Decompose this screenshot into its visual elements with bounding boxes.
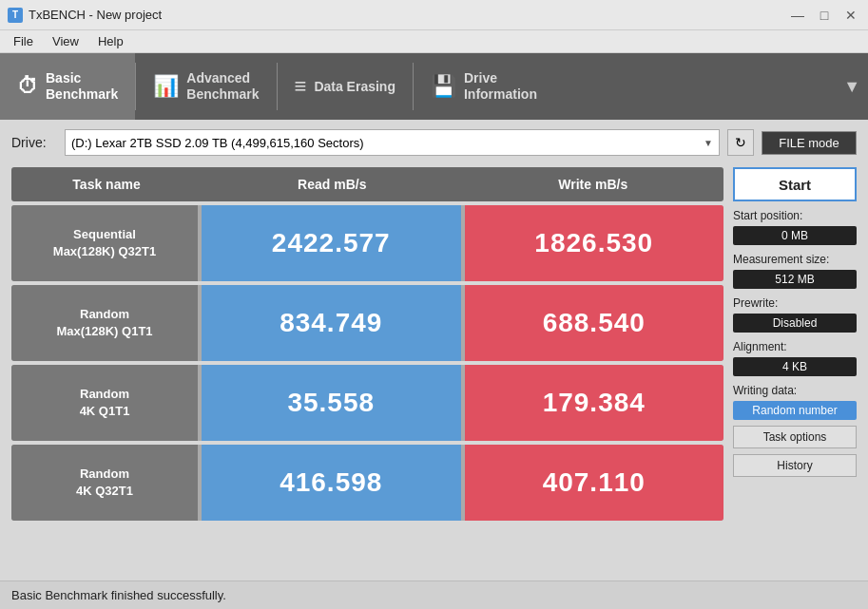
drive-information-icon: 💾 xyxy=(431,76,456,97)
start-button[interactable]: Start xyxy=(733,167,857,201)
titlebar-controls: ― □ ✕ xyxy=(788,6,860,25)
bench-row-2-label: Random4K Q1T1 xyxy=(11,365,198,441)
titlebar: T TxBENCH - New project ― □ ✕ xyxy=(0,0,868,30)
bench-row-2-read: 35.558 xyxy=(202,365,461,441)
param-value-start-pos: 0 MB xyxy=(733,226,857,245)
content-area: Task name Read mB/s Write mB/s Sequentia… xyxy=(11,167,857,573)
bench-row-3-write: 407.110 xyxy=(465,445,724,521)
tab-erasing-label: Data Erasing xyxy=(314,79,395,95)
tab-advanced-label: AdvancedBenchmark xyxy=(186,70,259,103)
toolbar: ⏱ BasicBenchmark 📊 AdvancedBenchmark ≡ D… xyxy=(0,53,868,120)
minimize-button[interactable]: ― xyxy=(788,6,807,25)
bench-row-3-label: Random4K Q32T1 xyxy=(11,445,198,521)
bench-header-row: Task name Read mB/s Write mB/s xyxy=(11,167,723,201)
bench-row-1-label: RandomMax(128K) Q1T1 xyxy=(11,285,198,361)
bench-row-1-write: 688.540 xyxy=(465,285,724,361)
param-label-alignment: Alignment: xyxy=(733,340,857,353)
menu-view[interactable]: View xyxy=(43,32,88,50)
advanced-benchmark-icon: 📊 xyxy=(153,76,179,97)
app-icon: T xyxy=(8,8,23,23)
tab-basic-label: BasicBenchmark xyxy=(46,70,118,103)
drive-dropdown-arrow: ▼ xyxy=(704,138,713,148)
bench-row-0-write: 1826.530 xyxy=(465,205,724,281)
toolbar-more-dropdown[interactable]: ▼ xyxy=(836,53,868,120)
param-value-meas-size: 512 MB xyxy=(733,270,857,289)
bench-row-0: SequentialMax(128K) Q32T1 2422.577 1826.… xyxy=(11,205,723,281)
param-value-writing-data: Random number xyxy=(733,401,857,420)
data-erasing-icon: ≡ xyxy=(295,76,307,97)
drive-refresh-button[interactable]: ↻ xyxy=(727,129,754,156)
tab-drive-information[interactable]: 💾 DriveInformation xyxy=(414,53,554,120)
titlebar-title: TxBENCH - New project xyxy=(29,8,162,22)
menu-file[interactable]: File xyxy=(4,32,43,50)
param-label-meas-size: Measurement size: xyxy=(733,253,857,266)
header-write: Write mB/s xyxy=(463,177,724,192)
main-content: Drive: (D:) Lexar 2TB SSD 2.09 TB (4,499… xyxy=(0,120,868,580)
right-panel: Start Start position: 0 MB Measurement s… xyxy=(733,167,857,573)
param-label-start-pos: Start position: xyxy=(733,209,857,222)
menubar: File View Help xyxy=(0,30,868,53)
benchmark-table: Task name Read mB/s Write mB/s Sequentia… xyxy=(11,167,723,573)
bench-row-3: Random4K Q32T1 416.598 407.110 xyxy=(11,445,723,521)
bench-row-0-label: SequentialMax(128K) Q32T1 xyxy=(11,205,198,281)
drive-row: Drive: (D:) Lexar 2TB SSD 2.09 TB (4,499… xyxy=(11,129,857,156)
maximize-button[interactable]: □ xyxy=(815,6,834,25)
header-read: Read mB/s xyxy=(202,177,463,192)
bench-row-1-read: 834.749 xyxy=(202,285,461,361)
history-button[interactable]: History xyxy=(733,454,857,477)
titlebar-left: T TxBENCH - New project xyxy=(8,8,162,23)
tab-data-erasing[interactable]: ≡ Data Erasing xyxy=(278,53,413,120)
tab-basic-benchmark[interactable]: ⏱ BasicBenchmark xyxy=(0,53,135,120)
param-label-prewrite: Prewrite: xyxy=(733,296,857,310)
drive-select[interactable]: (D:) Lexar 2TB SSD 2.09 TB (4,499,615,16… xyxy=(65,129,720,156)
close-button[interactable]: ✕ xyxy=(841,6,860,25)
tab-drive-label: DriveInformation xyxy=(464,70,537,103)
header-task: Task name xyxy=(11,177,202,192)
bench-row-2-write: 179.384 xyxy=(465,365,724,441)
bench-row-1: RandomMax(128K) Q1T1 834.749 688.540 xyxy=(11,285,723,361)
file-mode-button[interactable]: FILE mode xyxy=(762,131,857,155)
menu-help[interactable]: Help xyxy=(88,32,133,50)
param-value-prewrite: Disabled xyxy=(733,314,857,333)
basic-benchmark-icon: ⏱ xyxy=(17,76,38,97)
bench-row-3-read: 416.598 xyxy=(202,445,461,521)
status-text: Basic Benchmark finished successfully. xyxy=(11,588,226,602)
drive-label: Drive: xyxy=(11,135,57,150)
tab-advanced-benchmark[interactable]: 📊 AdvancedBenchmark xyxy=(136,53,276,120)
bench-row-2: Random4K Q1T1 35.558 179.384 xyxy=(11,365,723,441)
param-label-writing-data: Writing data: xyxy=(733,384,857,397)
bench-row-0-read: 2422.577 xyxy=(202,205,461,281)
drive-selected-value: (D:) Lexar 2TB SSD 2.09 TB (4,499,615,16… xyxy=(71,136,704,150)
task-options-button[interactable]: Task options xyxy=(733,426,857,448)
param-value-alignment: 4 KB xyxy=(733,357,857,376)
statusbar: Basic Benchmark finished successfully. xyxy=(0,580,868,609)
